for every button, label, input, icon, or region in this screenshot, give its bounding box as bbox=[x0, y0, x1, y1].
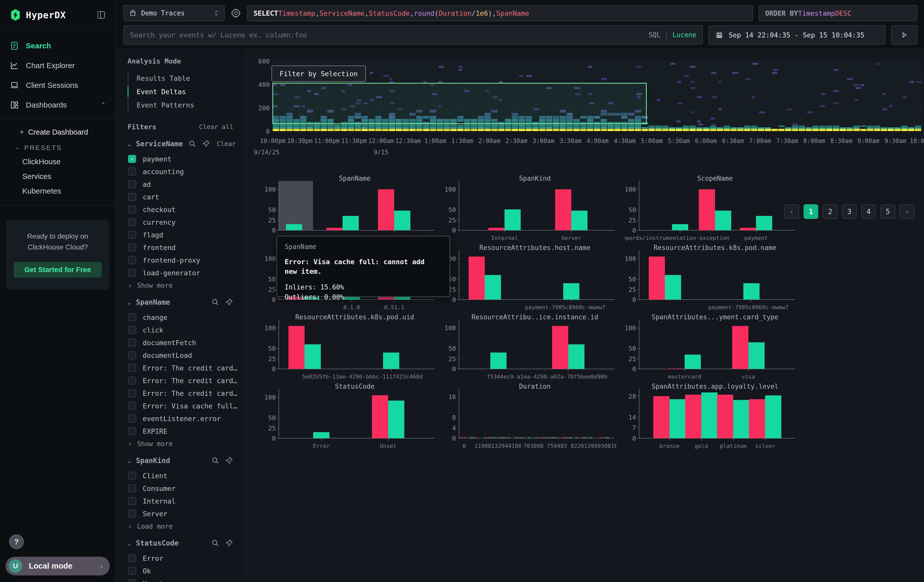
filter-group-name[interactable]: ServiceName bbox=[136, 140, 183, 148]
delta-chart-scopename[interactable]: ScopeName02550100@hyperdx/instrumentatio… bbox=[624, 175, 797, 243]
checkbox[interactable] bbox=[128, 326, 136, 334]
show-more-button[interactable]: ›Show more bbox=[116, 279, 245, 289]
inlier-bar[interactable] bbox=[743, 283, 759, 300]
search-icon[interactable] bbox=[188, 139, 196, 148]
checkbox[interactable] bbox=[128, 484, 136, 493]
outlier-bar[interactable] bbox=[740, 228, 756, 230]
filter-by-selection-button[interactable]: Filter by Selection bbox=[271, 66, 366, 82]
pin-icon[interactable] bbox=[225, 539, 233, 547]
checkbox[interactable] bbox=[128, 313, 136, 322]
filter-option-server[interactable]: Server bbox=[116, 507, 245, 520]
checkbox[interactable] bbox=[128, 567, 136, 575]
filter-option-consumer[interactable]: Consumer bbox=[116, 482, 245, 495]
inlier-bar[interactable] bbox=[672, 224, 688, 230]
sql-toggle[interactable]: SQL bbox=[648, 31, 660, 39]
checkbox[interactable] bbox=[128, 244, 136, 252]
checkbox[interactable] bbox=[128, 497, 136, 505]
outlier-bar[interactable] bbox=[488, 228, 505, 230]
inlier-bar[interactable] bbox=[343, 216, 359, 230]
page-1-button[interactable]: 1 bbox=[804, 204, 818, 219]
delta-chart-spanattributes-app-loyalty-level[interactable]: SpanAttributes.app.loyalty.level071428br… bbox=[624, 383, 797, 451]
outlier-bar[interactable] bbox=[668, 368, 685, 369]
inlier-bar[interactable] bbox=[485, 275, 501, 300]
outlier-bar[interactable] bbox=[717, 395, 733, 438]
filter-option-ad[interactable]: ad bbox=[116, 178, 245, 191]
outlier-bar[interactable] bbox=[469, 257, 485, 300]
outlier-bar[interactable] bbox=[289, 326, 305, 369]
filter-group-clear-button[interactable]: Clear bbox=[217, 140, 236, 148]
inlier-bar[interactable] bbox=[286, 224, 302, 230]
page-2-button[interactable]: 2 bbox=[823, 204, 837, 219]
filter-option-error-visa-cache-full-[interactable]: Error: Visa cache full: … bbox=[116, 399, 245, 412]
run-query-button[interactable] bbox=[891, 25, 917, 45]
select-query-input[interactable]: SELECT Timestamp, ServiceName, StatusCod… bbox=[247, 5, 753, 21]
analysis-mode-event-deltas[interactable]: Event Deltas bbox=[129, 85, 233, 99]
filter-group-name[interactable]: SpanKind bbox=[136, 457, 206, 465]
page-next-button[interactable]: › bbox=[900, 204, 914, 219]
filter-option-error-the-credit-card-[interactable]: Error: The credit card (… bbox=[116, 362, 245, 374]
pin-icon[interactable] bbox=[225, 298, 233, 307]
show-more-button[interactable]: ›Show more bbox=[116, 437, 245, 448]
inlier-bar[interactable] bbox=[665, 275, 681, 300]
delta-chart-resourceattributes-k8s-pod-name[interactable]: ResourceAttributes.k8s.pod.name02550100p… bbox=[624, 244, 797, 312]
inlier-bar[interactable] bbox=[715, 211, 731, 230]
inlier-bar[interactable] bbox=[685, 354, 701, 369]
inlier-bar[interactable] bbox=[571, 211, 587, 230]
filter-option-eventlistener-error[interactable]: eventListener.error bbox=[116, 412, 245, 425]
search-input[interactable] bbox=[130, 31, 644, 39]
account-menu[interactable]: U Local mode › bbox=[6, 557, 110, 575]
sidebar-item-chart-explorer[interactable]: Chart Explorer bbox=[0, 56, 116, 76]
gear-icon[interactable] bbox=[230, 8, 241, 19]
checkbox[interactable] bbox=[128, 509, 136, 518]
inlier-bar[interactable] bbox=[394, 211, 410, 230]
filter-option-load-generator[interactable]: load-generator bbox=[116, 267, 245, 279]
outlier-bar[interactable] bbox=[732, 326, 748, 369]
checkbox[interactable] bbox=[128, 427, 136, 435]
checkbox[interactable] bbox=[128, 414, 136, 422]
checkbox[interactable] bbox=[128, 402, 136, 410]
checkbox[interactable] bbox=[128, 218, 136, 226]
sidebar-item-search[interactable]: Search bbox=[0, 36, 116, 56]
filter-option-error-the-credit-card-[interactable]: Error: The credit card (… bbox=[116, 387, 245, 399]
checkbox[interactable] bbox=[128, 206, 136, 214]
filter-option-expire[interactable]: EXPIRE bbox=[116, 425, 245, 437]
preset-services[interactable]: Services bbox=[0, 169, 116, 184]
inlier-bar[interactable] bbox=[305, 345, 321, 369]
checkbox[interactable] bbox=[128, 554, 136, 562]
checkbox[interactable] bbox=[128, 193, 136, 201]
inlier-bar[interactable] bbox=[748, 342, 765, 369]
checkbox[interactable] bbox=[128, 579, 136, 582]
inlier-bar[interactable] bbox=[313, 432, 329, 438]
inlier-bar[interactable] bbox=[701, 392, 718, 438]
outlier-bar[interactable] bbox=[327, 228, 343, 230]
presets-toggle[interactable]: ⌄ PRESETS bbox=[0, 140, 116, 154]
time-range-picker[interactable]: Sep 14 22:04:35 - Sep 15 10:04:35 bbox=[708, 25, 886, 45]
filter-option-error-the-credit-card-[interactable]: Error: The credit card (… bbox=[116, 374, 245, 387]
outlier-bar[interactable] bbox=[749, 399, 765, 438]
checkbox[interactable] bbox=[128, 472, 136, 480]
get-started-button[interactable]: Get Started for Free bbox=[14, 262, 102, 278]
analysis-mode-event-patterns[interactable]: Event Patterns bbox=[129, 99, 233, 112]
filter-option-payment[interactable]: ✓ payment bbox=[116, 153, 245, 165]
filter-option-checkout[interactable]: checkout bbox=[116, 203, 245, 216]
filter-option-frontend-proxy[interactable]: frontend-proxy bbox=[116, 254, 245, 267]
outlier-bar[interactable] bbox=[372, 395, 388, 438]
filter-option-ok[interactable]: Ok bbox=[116, 564, 245, 577]
checkbox[interactable] bbox=[128, 256, 136, 264]
checkbox[interactable] bbox=[128, 376, 136, 385]
delta-chart-spankind[interactable]: SpanKind02550100InternalServer bbox=[444, 175, 616, 243]
filter-option-internal[interactable]: Internal bbox=[116, 495, 245, 507]
filter-group-name[interactable]: StatusCode bbox=[136, 539, 206, 547]
checkbox[interactable] bbox=[128, 168, 136, 176]
filter-group-name[interactable]: SpanName bbox=[136, 298, 206, 307]
filter-option-documentload[interactable]: documentLoad bbox=[116, 349, 245, 362]
order-by-input[interactable]: ORDER BY Timestamp DESC bbox=[759, 5, 917, 21]
analysis-mode-results-table[interactable]: Results Table bbox=[129, 72, 233, 85]
filter-option-documentfetch[interactable]: documentFetch bbox=[116, 336, 245, 349]
outlier-bar[interactable] bbox=[653, 396, 670, 438]
pin-icon[interactable] bbox=[202, 139, 210, 148]
filter-option-flagd[interactable]: flagd bbox=[116, 229, 245, 241]
chevron-down-icon[interactable]: ⌄ bbox=[127, 299, 131, 305]
filter-option-unset[interactable]: Unset bbox=[116, 577, 245, 582]
outlier-bar[interactable] bbox=[552, 326, 568, 369]
